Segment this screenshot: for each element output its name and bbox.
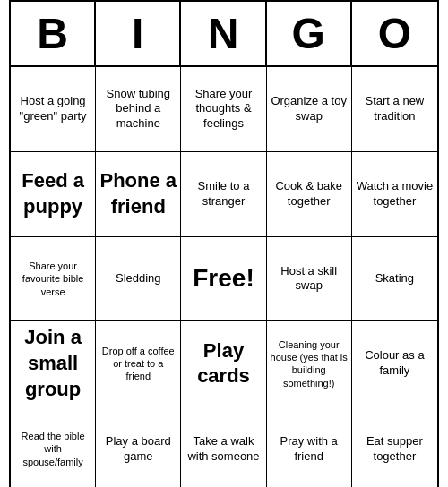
bingo-letter-g: G (267, 2, 352, 65)
bingo-header: BINGO (11, 2, 437, 67)
bingo-cell-20: Read the bible with spouse/family (11, 406, 96, 487)
bingo-cell-19: Colour as a family (352, 321, 437, 406)
bingo-letter-o: O (352, 2, 437, 65)
bingo-cell-16: Drop off a coffee or treat to a friend (96, 321, 181, 406)
bingo-cell-3: Organize a toy swap (267, 67, 352, 152)
bingo-cell-17: Play cards (181, 321, 266, 406)
bingo-letter-b: B (11, 2, 96, 65)
bingo-card: BINGO Host a going "green" partySnow tub… (9, 0, 439, 487)
bingo-cell-5: Feed a puppy (11, 152, 96, 237)
bingo-cell-14: Skating (352, 237, 437, 322)
bingo-cell-6: Phone a friend (96, 152, 181, 237)
bingo-cell-1: Snow tubing behind a machine (96, 67, 181, 152)
bingo-cell-10: Share your favourite bible verse (11, 237, 96, 322)
bingo-cell-4: Start a new tradition (352, 67, 437, 152)
bingo-cell-13: Host a skill swap (267, 237, 352, 322)
bingo-cell-2: Share your thoughts & feelings (181, 67, 266, 152)
bingo-cell-23: Pray with a friend (267, 406, 352, 487)
bingo-cell-15: Join a small group (11, 321, 96, 406)
bingo-cell-8: Cook & bake together (267, 152, 352, 237)
bingo-cell-11: Sledding (96, 237, 181, 322)
bingo-cell-18: Cleaning your house (yes that is buildin… (267, 321, 352, 406)
bingo-cell-22: Take a walk with someone (181, 406, 266, 487)
bingo-cell-0: Host a going "green" party (11, 67, 96, 152)
bingo-cell-9: Watch a movie together (352, 152, 437, 237)
bingo-cell-12: Free! (181, 237, 266, 322)
bingo-letter-i: I (96, 2, 181, 65)
bingo-cell-21: Play a board game (96, 406, 181, 487)
bingo-grid: Host a going "green" partySnow tubing be… (11, 67, 437, 487)
bingo-cell-24: Eat supper together (352, 406, 437, 487)
bingo-cell-7: Smile to a stranger (181, 152, 266, 237)
bingo-letter-n: N (181, 2, 266, 65)
